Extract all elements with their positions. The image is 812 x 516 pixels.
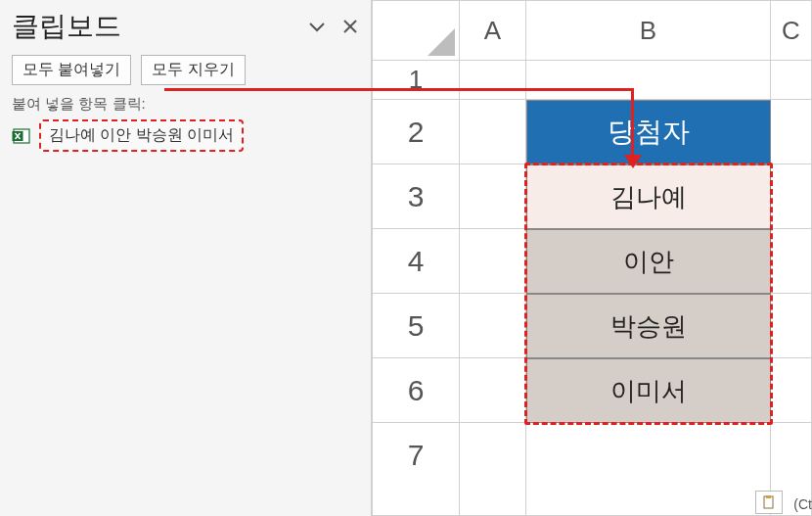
paste-hint: 붙여 넣을 항목 클릭: xyxy=(12,95,359,114)
paste-options-hint: (Ct xyxy=(793,496,812,512)
cell-b5[interactable]: 박승원 xyxy=(526,294,771,358)
clear-all-button[interactable]: 모두 지우기 xyxy=(141,55,245,85)
cell-a3[interactable] xyxy=(460,164,526,229)
row-header-6[interactable]: 6 xyxy=(372,358,460,423)
clipboard-item-row: 김나예 이안 박승원 이미서 xyxy=(12,119,359,152)
col-header-c[interactable]: C xyxy=(771,0,812,61)
row-header-7[interactable]: 7 xyxy=(372,423,460,516)
cell-b6[interactable]: 이미서 xyxy=(526,358,771,423)
cell-b2[interactable]: 당첨자 xyxy=(526,100,771,164)
row-header-1[interactable]: 1 xyxy=(372,61,460,100)
chevron-down-icon[interactable] xyxy=(306,16,328,37)
svg-rect-5 xyxy=(766,495,771,498)
cell-b3[interactable]: 김나예 xyxy=(526,164,771,229)
cell-a1[interactable] xyxy=(460,61,526,100)
cell-a4[interactable] xyxy=(460,229,526,294)
cell-c4[interactable] xyxy=(771,229,812,294)
row-header-3[interactable]: 3 xyxy=(372,164,460,229)
pane-controls xyxy=(306,16,359,37)
cell-c2[interactable] xyxy=(771,100,812,164)
paste-all-button[interactable]: 모두 붙여넣기 xyxy=(12,55,131,85)
cell-b4[interactable]: 이안 xyxy=(526,229,771,294)
cell-a2[interactable] xyxy=(460,100,526,164)
row-header-4[interactable]: 4 xyxy=(372,229,460,294)
select-all-corner[interactable] xyxy=(372,0,460,61)
row-header-5[interactable]: 5 xyxy=(372,294,460,358)
cell-c3[interactable] xyxy=(771,164,812,229)
col-header-b[interactable]: B xyxy=(526,0,771,61)
clipboard-item[interactable]: 김나예 이안 박승원 이미서 xyxy=(39,119,244,152)
cell-c6[interactable] xyxy=(771,358,812,423)
excel-icon xyxy=(12,126,31,146)
pane-buttons: 모두 붙여넣기 모두 지우기 xyxy=(12,55,359,85)
row-header-2[interactable]: 2 xyxy=(372,100,460,164)
spreadsheet: A B C 1 2 3 4 5 6 7 당첨자 김나예 이안 박승원 이미서 (… xyxy=(372,0,812,516)
cell-b1[interactable] xyxy=(526,61,771,100)
close-icon[interactable] xyxy=(341,18,359,35)
pane-title: 클립보드 xyxy=(12,8,121,45)
cell-a5[interactable] xyxy=(460,294,526,358)
cell-a7[interactable] xyxy=(460,423,526,516)
annotation-arrow xyxy=(631,88,634,159)
annotation-arrow-head xyxy=(624,155,642,168)
cell-c5[interactable] xyxy=(771,294,812,358)
pane-header: 클립보드 xyxy=(12,8,359,45)
clipboard-pane: 클립보드 모두 붙여넣기 모두 지우기 붙여 넣을 항목 클릭: 김나예 이안 … xyxy=(0,0,372,516)
cell-c1[interactable] xyxy=(771,61,812,100)
paste-options-button[interactable] xyxy=(755,491,783,514)
cell-a6[interactable] xyxy=(460,358,526,423)
col-header-a[interactable]: A xyxy=(460,0,526,61)
cell-b7[interactable] xyxy=(526,423,771,516)
annotation-arrow xyxy=(164,88,634,91)
